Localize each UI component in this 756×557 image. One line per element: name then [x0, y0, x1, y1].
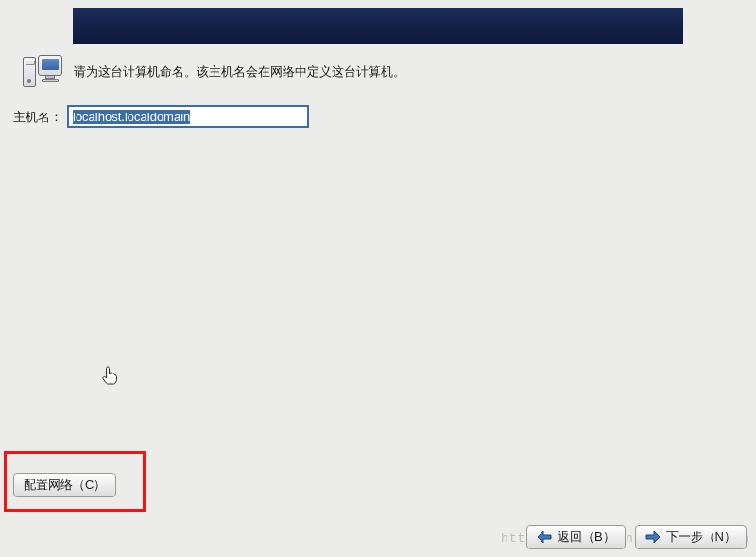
header-banner — [73, 8, 683, 44]
arrow-left-icon — [537, 531, 552, 544]
info-row: 请为这台计算机命名。该主机名会在网络中定义这台计算机。 — [23, 55, 405, 89]
computer-icon — [23, 55, 62, 89]
next-button[interactable]: 下一步（N） — [635, 525, 747, 549]
next-button-label: 下一步（N） — [666, 529, 736, 546]
back-button[interactable]: 返回（B） — [526, 525, 626, 549]
hostname-input[interactable] — [68, 106, 308, 127]
nav-bar: 返回（B） 下一步（N） — [0, 517, 756, 557]
hand-cursor-icon — [102, 366, 117, 385]
configure-network-button[interactable]: 配置网络（C） — [13, 473, 116, 497]
arrow-right-icon — [645, 531, 661, 544]
back-button-label: 返回（B） — [558, 529, 615, 546]
info-text: 请为这台计算机命名。该主机名会在网络中定义这台计算机。 — [74, 63, 405, 80]
hostname-label: 主机名： — [13, 108, 62, 126]
hostname-row: 主机名： — [13, 106, 308, 127]
